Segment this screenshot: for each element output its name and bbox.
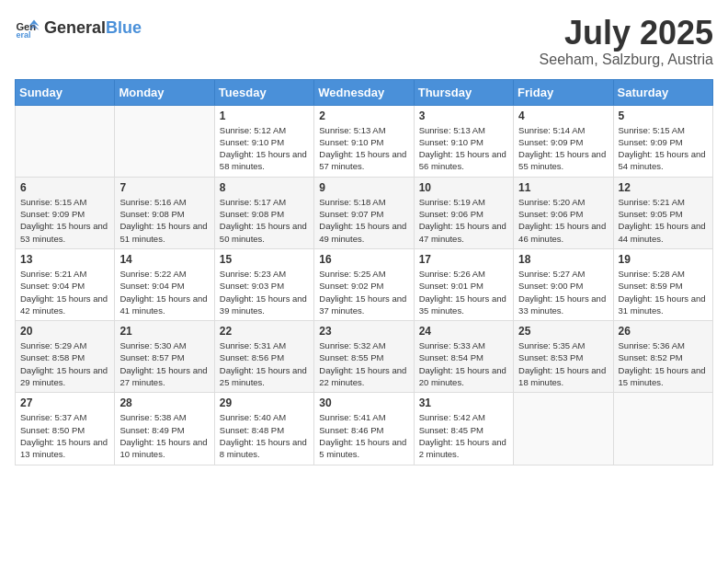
day-number: 18 (518, 253, 608, 266)
day-info: Sunrise: 5:18 AM Sunset: 9:07 PM Dayligh… (319, 196, 408, 245)
calendar-cell: 23Sunrise: 5:32 AM Sunset: 8:55 PM Dayli… (314, 321, 414, 393)
day-info: Sunrise: 5:23 AM Sunset: 9:03 PM Dayligh… (220, 268, 309, 316)
calendar-cell: 1Sunrise: 5:12 AM Sunset: 9:10 PM Daylig… (214, 105, 313, 177)
day-number: 6 (20, 181, 109, 194)
day-number: 22 (220, 325, 309, 338)
title-block: July 2025 Seeham, Salzburg, Austria (540, 15, 713, 68)
calendar-cell (16, 105, 115, 177)
calendar-week-2: 6Sunrise: 5:15 AM Sunset: 9:09 PM Daylig… (16, 177, 713, 248)
day-number: 9 (319, 181, 408, 194)
day-number: 28 (119, 396, 209, 409)
calendar-cell (613, 393, 712, 465)
calendar-cell: 25Sunrise: 5:35 AM Sunset: 8:53 PM Dayli… (514, 321, 613, 393)
day-info: Sunrise: 5:32 AM Sunset: 8:55 PM Dayligh… (319, 339, 408, 388)
calendar-header-row: Sunday Monday Tuesday Wednesday Thursday… (16, 79, 713, 105)
calendar-cell: 19Sunrise: 5:28 AM Sunset: 8:59 PM Dayli… (613, 248, 712, 320)
logo: Gen eral GeneralBlue (15, 15, 142, 40)
day-number: 26 (619, 325, 708, 338)
day-number: 17 (419, 253, 508, 266)
calendar-cell: 31Sunrise: 5:42 AM Sunset: 8:45 PM Dayli… (414, 393, 513, 465)
day-number: 12 (619, 181, 708, 194)
header-sunday: Sunday (16, 79, 115, 105)
month-title: July 2025 (540, 15, 713, 52)
day-info: Sunrise: 5:16 AM Sunset: 9:08 PM Dayligh… (119, 196, 209, 245)
page-header: Gen eral GeneralBlue July 2025 Seeham, S… (15, 15, 713, 68)
calendar-table: Sunday Monday Tuesday Wednesday Thursday… (15, 79, 713, 465)
day-info: Sunrise: 5:42 AM Sunset: 8:45 PM Dayligh… (419, 411, 508, 460)
day-info: Sunrise: 5:15 AM Sunset: 9:09 PM Dayligh… (20, 196, 109, 245)
day-info: Sunrise: 5:27 AM Sunset: 9:00 PM Dayligh… (518, 268, 608, 316)
logo-icon: Gen eral (15, 15, 40, 40)
day-number: 1 (220, 109, 309, 122)
calendar-cell: 4Sunrise: 5:14 AM Sunset: 9:09 PM Daylig… (514, 105, 613, 177)
day-info: Sunrise: 5:13 AM Sunset: 9:10 PM Dayligh… (319, 124, 408, 173)
day-number: 5 (619, 109, 708, 122)
day-number: 31 (419, 396, 508, 409)
calendar-cell: 9Sunrise: 5:18 AM Sunset: 9:07 PM Daylig… (314, 177, 414, 248)
header-wednesday: Wednesday (314, 79, 414, 105)
day-info: Sunrise: 5:35 AM Sunset: 8:53 PM Dayligh… (518, 339, 608, 388)
day-number: 30 (319, 396, 408, 409)
calendar-cell: 18Sunrise: 5:27 AM Sunset: 9:00 PM Dayli… (514, 248, 613, 320)
calendar-cell: 7Sunrise: 5:16 AM Sunset: 9:08 PM Daylig… (115, 177, 214, 248)
day-number: 11 (518, 181, 608, 194)
calendar-cell: 17Sunrise: 5:26 AM Sunset: 9:01 PM Dayli… (414, 248, 513, 320)
day-info: Sunrise: 5:13 AM Sunset: 9:10 PM Dayligh… (419, 124, 508, 173)
day-info: Sunrise: 5:41 AM Sunset: 8:46 PM Dayligh… (319, 411, 408, 460)
day-info: Sunrise: 5:15 AM Sunset: 9:09 PM Dayligh… (619, 124, 708, 173)
day-info: Sunrise: 5:26 AM Sunset: 9:01 PM Dayligh… (419, 268, 508, 316)
day-number: 8 (220, 181, 309, 194)
calendar-cell: 16Sunrise: 5:25 AM Sunset: 9:02 PM Dayli… (314, 248, 414, 320)
day-info: Sunrise: 5:12 AM Sunset: 9:10 PM Dayligh… (220, 124, 309, 173)
day-info: Sunrise: 5:29 AM Sunset: 8:58 PM Dayligh… (20, 339, 109, 388)
calendar-cell: 12Sunrise: 5:21 AM Sunset: 9:05 PM Dayli… (613, 177, 712, 248)
day-info: Sunrise: 5:21 AM Sunset: 9:04 PM Dayligh… (20, 268, 109, 316)
day-number: 2 (319, 109, 408, 122)
location-title: Seeham, Salzburg, Austria (540, 52, 713, 68)
calendar-cell: 14Sunrise: 5:22 AM Sunset: 9:04 PM Dayli… (115, 248, 214, 320)
day-info: Sunrise: 5:22 AM Sunset: 9:04 PM Dayligh… (119, 268, 209, 316)
header-friday: Friday (514, 79, 613, 105)
calendar-cell: 6Sunrise: 5:15 AM Sunset: 9:09 PM Daylig… (16, 177, 115, 248)
day-number: 16 (319, 253, 408, 266)
calendar-cell: 3Sunrise: 5:13 AM Sunset: 9:10 PM Daylig… (414, 105, 513, 177)
calendar-cell (514, 393, 613, 465)
day-info: Sunrise: 5:20 AM Sunset: 9:06 PM Dayligh… (518, 196, 608, 245)
header-thursday: Thursday (414, 79, 513, 105)
calendar-cell: 29Sunrise: 5:40 AM Sunset: 8:48 PM Dayli… (214, 393, 313, 465)
day-number: 10 (419, 181, 508, 194)
header-monday: Monday (115, 79, 214, 105)
logo-blue: Blue (106, 18, 142, 37)
day-number: 20 (20, 325, 109, 338)
day-info: Sunrise: 5:37 AM Sunset: 8:50 PM Dayligh… (20, 411, 109, 460)
day-info: Sunrise: 5:14 AM Sunset: 9:09 PM Dayligh… (518, 124, 608, 173)
calendar-cell: 13Sunrise: 5:21 AM Sunset: 9:04 PM Dayli… (16, 248, 115, 320)
calendar-cell: 10Sunrise: 5:19 AM Sunset: 9:06 PM Dayli… (414, 177, 513, 248)
calendar-cell: 20Sunrise: 5:29 AM Sunset: 8:58 PM Dayli… (16, 321, 115, 393)
calendar-cell: 5Sunrise: 5:15 AM Sunset: 9:09 PM Daylig… (613, 105, 712, 177)
calendar-cell (115, 105, 214, 177)
day-number: 29 (220, 396, 309, 409)
calendar-week-4: 20Sunrise: 5:29 AM Sunset: 8:58 PM Dayli… (16, 321, 713, 393)
day-number: 21 (119, 325, 209, 338)
day-info: Sunrise: 5:21 AM Sunset: 9:05 PM Dayligh… (619, 196, 708, 245)
calendar-cell: 28Sunrise: 5:38 AM Sunset: 8:49 PM Dayli… (115, 393, 214, 465)
calendar-week-1: 1Sunrise: 5:12 AM Sunset: 9:10 PM Daylig… (16, 105, 713, 177)
day-info: Sunrise: 5:25 AM Sunset: 9:02 PM Dayligh… (319, 268, 408, 316)
calendar-cell: 22Sunrise: 5:31 AM Sunset: 8:56 PM Dayli… (214, 321, 313, 393)
calendar-cell: 8Sunrise: 5:17 AM Sunset: 9:08 PM Daylig… (214, 177, 313, 248)
day-number: 27 (20, 396, 109, 409)
calendar-cell: 2Sunrise: 5:13 AM Sunset: 9:10 PM Daylig… (314, 105, 414, 177)
day-info: Sunrise: 5:19 AM Sunset: 9:06 PM Dayligh… (419, 196, 508, 245)
calendar-cell: 26Sunrise: 5:36 AM Sunset: 8:52 PM Dayli… (613, 321, 712, 393)
calendar-cell: 24Sunrise: 5:33 AM Sunset: 8:54 PM Dayli… (414, 321, 513, 393)
day-info: Sunrise: 5:33 AM Sunset: 8:54 PM Dayligh… (419, 339, 508, 388)
day-number: 4 (518, 109, 608, 122)
day-info: Sunrise: 5:31 AM Sunset: 8:56 PM Dayligh… (220, 339, 309, 388)
day-info: Sunrise: 5:36 AM Sunset: 8:52 PM Dayligh… (619, 339, 708, 388)
calendar-cell: 30Sunrise: 5:41 AM Sunset: 8:46 PM Dayli… (314, 393, 414, 465)
calendar-cell: 27Sunrise: 5:37 AM Sunset: 8:50 PM Dayli… (16, 393, 115, 465)
calendar-week-5: 27Sunrise: 5:37 AM Sunset: 8:50 PM Dayli… (16, 393, 713, 465)
calendar-cell: 21Sunrise: 5:30 AM Sunset: 8:57 PM Dayli… (115, 321, 214, 393)
day-number: 23 (319, 325, 408, 338)
